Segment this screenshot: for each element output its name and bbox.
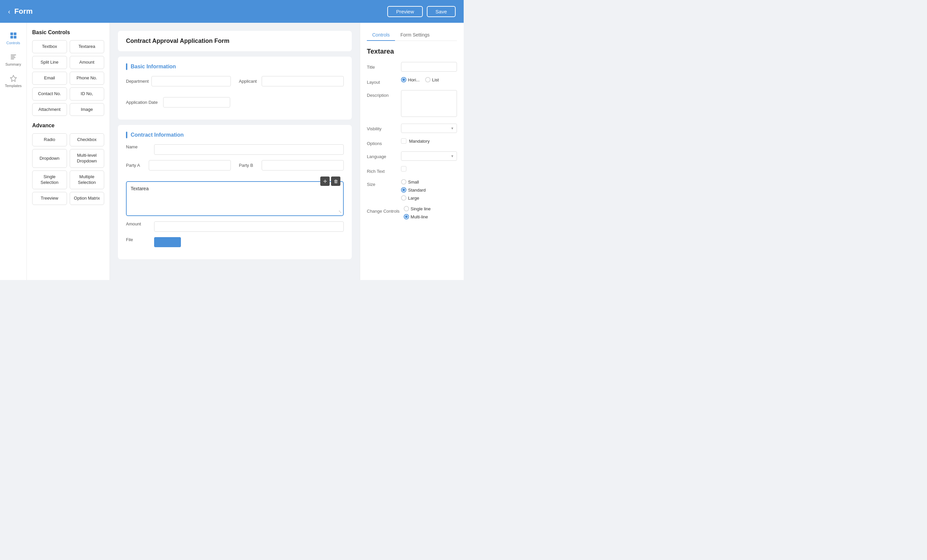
advance-controls-title: Advance [32,123,104,129]
prop-visibility-select[interactable]: ▾ [401,124,457,133]
size-options: Small Standard Large [401,179,457,200]
amount-row: Amount [126,222,344,232]
control-image[interactable]: Image [70,103,105,116]
change-single-label: Single line [411,206,431,211]
appdate-input[interactable] [163,97,230,108]
tab-form-settings[interactable]: Form Settings [395,29,435,41]
prop-language-select[interactable]: ▾ [401,152,457,161]
name-row: Name [126,144,344,155]
control-id[interactable]: ID No, [70,87,105,100]
section-bar [126,63,127,70]
control-textarea[interactable]: Textarea [70,40,105,53]
templates-icon [9,74,17,82]
size-standard-label: Standard [408,188,426,193]
applicant-label: Applicant [239,79,259,84]
change-single-line[interactable]: Single line [404,206,457,211]
move-button[interactable]: ✛ [320,176,330,186]
prop-layout-label: Layout [367,77,397,85]
prop-description-input[interactable] [401,90,457,117]
control-dropdown[interactable]: Dropdown [32,149,67,168]
svg-rect-4 [11,55,16,55]
component-title: Textarea [367,47,457,55]
control-amount[interactable]: Amount [70,56,105,69]
controls-panel: Basic Controls Textbox Textarea Split Li… [27,23,110,280]
form-title: Contract Approval Application Form [126,38,229,44]
svg-rect-5 [11,56,15,57]
preview-button[interactable]: Preview [387,6,422,17]
basic-controls-grid: Textbox Textarea Split Line Amount Email… [32,40,104,116]
size-standard-radio[interactable] [401,187,406,193]
change-single-radio[interactable] [404,206,409,211]
control-phone[interactable]: Phone No. [70,72,105,85]
basic-controls-title: Basic Controls [32,29,104,35]
resize-handle[interactable]: ⤡ [338,209,342,214]
layout-hori[interactable]: Hori... [401,77,420,82]
textarea-control[interactable]: ✛ 🗑 Textarea ⤡ [126,181,344,216]
file-preview [154,237,181,247]
prop-title-value [401,62,457,72]
back-button[interactable]: ‹ [8,8,11,15]
svg-marker-8 [11,75,17,81]
size-small[interactable]: Small [401,179,457,185]
control-textbox[interactable]: Textbox [32,40,67,53]
name-input[interactable] [154,144,344,155]
party-a-input[interactable] [149,160,231,170]
control-contact[interactable]: Contact No. [32,87,67,100]
size-small-radio[interactable] [401,179,406,185]
control-checkbox[interactable]: Checkbox [70,133,105,146]
chevron-down-icon-2: ▾ [451,154,453,158]
layout-hori-radio[interactable] [401,77,406,82]
size-standard[interactable]: Standard [401,187,457,193]
layout-radio-group: Hori... List [401,77,457,82]
size-large[interactable]: Large [401,195,457,200]
sidebar-item-summary[interactable]: Summary [2,50,25,70]
prop-layout-value: Hori... List [401,77,457,82]
appdate-field: Application Date [126,97,344,108]
sidebar-item-controls[interactable]: Controls [2,28,25,48]
control-multiple-selection[interactable]: Multiple Selection [70,170,105,189]
control-email[interactable]: Email [32,72,67,85]
layout-list-radio[interactable] [425,77,430,82]
richtext-checkbox[interactable] [401,166,406,171]
page-title: Form [14,7,33,16]
prop-description-value [401,90,457,118]
layout-hori-label: Hori... [408,77,420,82]
control-radio[interactable]: Radio [32,133,67,146]
control-treeview[interactable]: Treeview [32,192,67,205]
control-option-matrix[interactable]: Option Matrix [70,192,105,205]
sidebar-item-templates[interactable]: Templates [2,71,25,91]
change-controls-options: Single line Multi-line [404,206,457,219]
header-right: Preview Save [387,6,456,17]
amount-label: Amount [126,222,146,226]
control-attachment[interactable]: Attachment [32,103,67,116]
delete-button[interactable]: 🗑 [331,176,340,186]
sidebar-label-controls: Controls [6,41,20,45]
change-multi-line[interactable]: Multi-line [404,214,457,219]
prop-language-row: Language ▾ [367,152,457,161]
change-multi-label: Multi-line [411,214,428,219]
prop-title-input[interactable] [401,62,457,72]
header-left: ‹ Form [8,7,33,16]
mandatory-row: Mandatory [401,138,457,144]
basic-info-title: Basic Information [131,64,176,70]
advance-controls-grid: Radio Checkbox Dropdown Multi-level Drop… [32,133,104,205]
party-a-label: Party A [126,163,146,168]
main-layout: Controls Summary Templates Basic Control… [0,23,464,280]
size-large-radio[interactable] [401,195,406,200]
appdate-label: Application Date [126,100,158,105]
control-split-line[interactable]: Split Line [32,56,67,69]
applicant-input[interactable] [261,76,344,87]
dept-input[interactable] [152,76,231,87]
party-b-input[interactable] [261,160,344,170]
control-multilevel-dropdown[interactable]: Multi-level Dropdown [70,149,105,168]
amount-input[interactable] [154,222,344,232]
change-multi-radio[interactable] [404,214,409,219]
layout-list[interactable]: List [425,77,439,82]
mandatory-checkbox[interactable] [401,138,406,144]
svg-rect-6 [11,57,15,58]
control-single-selection[interactable]: Single Selection [32,170,67,189]
party-a-field: Party A [126,160,231,170]
tab-controls[interactable]: Controls [367,29,395,41]
save-button[interactable]: Save [427,6,456,17]
size-large-label: Large [408,196,419,200]
